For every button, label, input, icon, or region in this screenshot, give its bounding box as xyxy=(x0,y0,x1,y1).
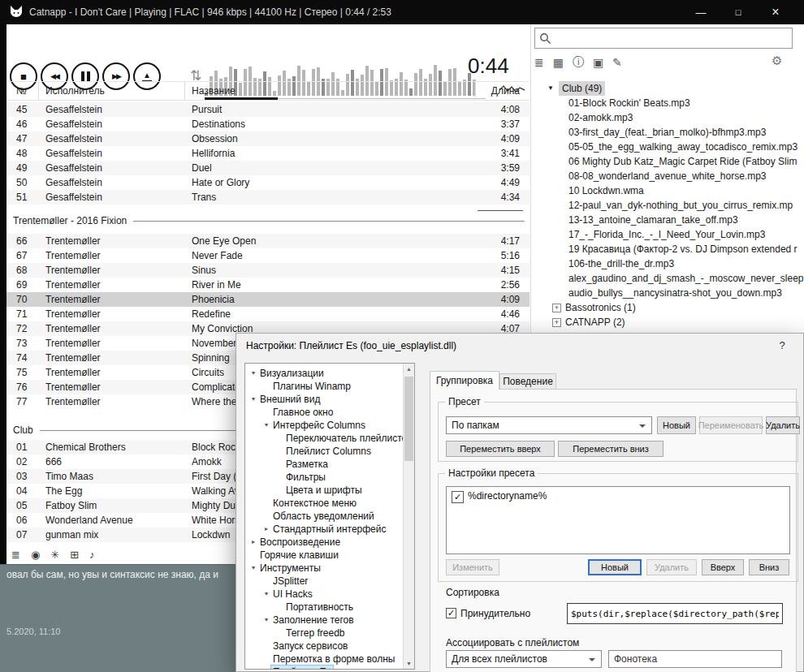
preferences-tree-item[interactable]: Переключатель плейлистов xyxy=(245,432,414,445)
scroll-down-icon[interactable]: ▼ xyxy=(404,658,414,669)
preferences-tree-item[interactable]: ▾ Инструменты xyxy=(245,562,414,575)
table-row[interactable]: 69 Trentemøller River in Me 2:56 xyxy=(6,278,530,292)
table-row[interactable]: 70 Trentemøller Phoenicia 4:09 xyxy=(6,292,530,307)
associate-combobox[interactable]: Для всех плейлистов xyxy=(446,650,602,668)
file-tree-item[interactable]: 02-amokk.mp3 xyxy=(533,110,804,125)
table-row[interactable]: 66 Trentemøller One Eye Open 4:17 xyxy=(6,234,530,248)
preferences-tree-item[interactable]: JSplitter xyxy=(245,575,414,588)
force-sort-checkbox[interactable]: ✓ xyxy=(446,608,456,618)
preferences-tree-item[interactable]: ▾ UI Hacks xyxy=(245,588,414,601)
view-toolbar-icon[interactable]: ✎ xyxy=(612,56,622,69)
sort-pattern-input[interactable] xyxy=(567,603,783,624)
file-tree-item[interactable]: 19 Красавица (Фактор-2 vs. DJ Dimpson ex… xyxy=(533,242,804,256)
preferences-tree-item[interactable]: Главное окно xyxy=(245,406,414,419)
view-toolbar-icon[interactable]: ▦ xyxy=(553,56,564,69)
table-row[interactable]: 50 Gesaffelstein Hate or Glory 4:49 xyxy=(6,175,530,190)
close-button[interactable]: × xyxy=(757,0,794,24)
preferences-tree-item[interactable]: Фильтры xyxy=(245,471,414,484)
preferences-tree-item[interactable]: Плагины Winamp xyxy=(245,380,414,393)
pattern-item-label[interactable]: %directoryname% xyxy=(468,490,547,502)
preferences-tree-item[interactable]: ▸ Стандартный интерфейс xyxy=(245,523,414,536)
view-toolbar-icon[interactable]: ≣ xyxy=(534,56,544,69)
tree-expander-icon[interactable]: ▾ xyxy=(249,562,258,575)
move-up-button[interactable]: Переместить вверх xyxy=(446,441,555,457)
preferences-tree-item[interactable]: Разметка xyxy=(245,458,414,471)
down-button[interactable]: Вниз xyxy=(749,559,789,575)
repeat-shuffle-icon[interactable]: ⇄ xyxy=(188,69,205,80)
minimize-button[interactable]: — xyxy=(682,0,720,24)
tree-expander-icon[interactable]: ▾ xyxy=(249,393,258,406)
preferences-tree-item[interactable]: Запуск сервисов xyxy=(245,640,414,653)
tree-node-icon[interactable]: ▼ xyxy=(547,81,559,96)
file-tree-item[interactable]: 08-08_wonderland_avenue_white_horse.mp3 xyxy=(533,169,804,183)
preferences-tree-item[interactable]: Теггер freedb xyxy=(245,627,414,640)
file-tree-item[interactable]: audio_bullys__nancysinatra-shot_you_down… xyxy=(533,286,804,300)
preferences-tree-item[interactable]: ▾ Интерфейс Columns xyxy=(245,419,414,432)
table-row[interactable]: 45 Gesaffelstein Pursuit 4:08 xyxy=(6,102,530,117)
new-pattern-button[interactable]: Новый xyxy=(588,559,642,575)
settings-gear-icon[interactable]: ⚙ xyxy=(772,54,782,68)
preferences-tree-item[interactable]: Область уведомлений xyxy=(245,510,414,523)
preferences-tree-item[interactable]: ▾ Визуализации xyxy=(245,367,414,380)
preferences-tree-item[interactable]: Цвета и шрифты xyxy=(245,484,414,497)
tree-expander-icon[interactable]: ▾ xyxy=(262,614,271,627)
file-tree-item[interactable]: 03-first_day_(feat._brian_molko)-bfhmp3.… xyxy=(533,125,804,140)
file-tree-item[interactable]: + Bassotronics (1) xyxy=(533,300,804,315)
preferences-tree-item[interactable]: Плейлист Es xyxy=(245,666,414,670)
scroll-up-icon[interactable]: ▲ xyxy=(404,364,414,374)
search-input[interactable] xyxy=(555,30,790,48)
column-header-artist[interactable]: Исполнитель xyxy=(39,82,185,100)
view-toolbar-icon[interactable]: ⓘ xyxy=(573,55,584,70)
pattern-listbox[interactable]: ✓ %directoryname% xyxy=(446,486,790,554)
file-tree-item[interactable]: 10 Lockdwn.wma xyxy=(533,183,804,198)
status-strip-icon[interactable]: ♪ xyxy=(89,549,95,561)
file-tree-item[interactable]: ▼ Club (49) xyxy=(533,81,804,96)
preferences-tree-item[interactable]: ▾ Заполнение тегов xyxy=(245,614,414,627)
file-tree-item[interactable]: 17_-_Florida_Inc._-_I_Need_Your_Lovin.mp… xyxy=(533,227,804,242)
status-strip-icon[interactable]: ≣ xyxy=(11,549,20,561)
table-row[interactable]: 47 Gesaffelstein Obsession 4:09 xyxy=(6,131,530,146)
tree-expander-icon[interactable]: ▾ xyxy=(262,588,271,601)
preset-new-button[interactable]: Новый xyxy=(657,416,696,434)
table-row[interactable]: 67 Trentemøller Never Fade 5:16 xyxy=(6,248,530,263)
tab-grouping[interactable]: Группировка xyxy=(430,371,499,390)
preferences-tree-item[interactable]: ▾ Внешний вид xyxy=(245,393,414,406)
preferences-tree-item[interactable]: Портативность xyxy=(245,601,414,614)
file-tree-item[interactable]: 12-paul_van_dyk-nothing_but_you_cirrus_r… xyxy=(533,198,804,213)
tree-expander-icon[interactable]: ▾ xyxy=(249,367,258,380)
table-row[interactable]: 68 Trentemøller Sinus 4:15 xyxy=(6,263,530,278)
file-tree-item[interactable]: 106-the_drill-the_dr.mp3 xyxy=(533,256,804,271)
preferences-tree-item[interactable]: Горячие клавиши xyxy=(245,549,414,562)
tree-node-icon[interactable]: + xyxy=(552,304,561,312)
library-field[interactable] xyxy=(608,650,782,668)
view-toolbar-icon[interactable]: ▣ xyxy=(593,56,603,69)
table-row[interactable]: 48 Gesaffelstein Hellifornia 3:41 xyxy=(6,146,530,161)
file-tree-item[interactable]: 05-05_the_egg_walking_away_tocadisco_rem… xyxy=(533,140,804,154)
column-header-length[interactable]: Длина xyxy=(476,82,530,100)
file-tree-item[interactable]: 06 Mighty Dub Katz_Magic Carpet Ride (Fa… xyxy=(533,154,804,169)
tree-expander-icon[interactable]: ▸ xyxy=(262,523,271,536)
pattern-checkbox[interactable]: ✓ xyxy=(452,491,464,503)
group-header-trentemoller[interactable]: Trentemøller - 2016 Fixion xyxy=(6,214,530,227)
tree-expander-icon[interactable]: ▸ xyxy=(249,536,258,549)
status-strip-icon[interactable]: ⊞ xyxy=(70,549,79,561)
scrollbar-thumb[interactable] xyxy=(404,377,413,461)
move-down-button[interactable]: Переместить вниз xyxy=(558,441,664,457)
status-strip-icon[interactable]: ◉ xyxy=(31,549,40,561)
file-tree-item[interactable]: + CATNAPP (2) xyxy=(533,315,804,330)
table-row[interactable]: 49 Gesaffelstein Duel 3:59 xyxy=(6,161,530,175)
up-button[interactable]: Вверх xyxy=(702,559,744,575)
help-button[interactable]: ? xyxy=(772,337,792,355)
preferences-tree-item[interactable]: Плейлист Columns xyxy=(245,445,414,458)
preferences-tree-item[interactable]: ▸ Воспроизведение xyxy=(245,536,414,549)
table-row[interactable]: 51 Gesaffelstein Trans 4:34 xyxy=(6,190,530,205)
maximize-button[interactable]: □ xyxy=(720,0,757,24)
preferences-tree-item[interactable]: Перемотка в форме волны xyxy=(245,653,414,666)
preset-combobox[interactable]: По папкам xyxy=(446,416,652,434)
tab-behavior[interactable]: Поведение xyxy=(499,373,556,390)
status-strip-icon[interactable]: ✳ xyxy=(50,549,59,561)
column-header-title[interactable]: Название xyxy=(185,82,476,100)
file-tree-item[interactable]: 13-13_antoine_clamaran_take_off.mp3 xyxy=(533,213,804,227)
tree-scrollbar[interactable]: ▲ ▼ xyxy=(403,364,414,669)
file-tree-item[interactable]: alex_gaudino_and_dj_smash_-_moscow_never… xyxy=(533,271,804,286)
